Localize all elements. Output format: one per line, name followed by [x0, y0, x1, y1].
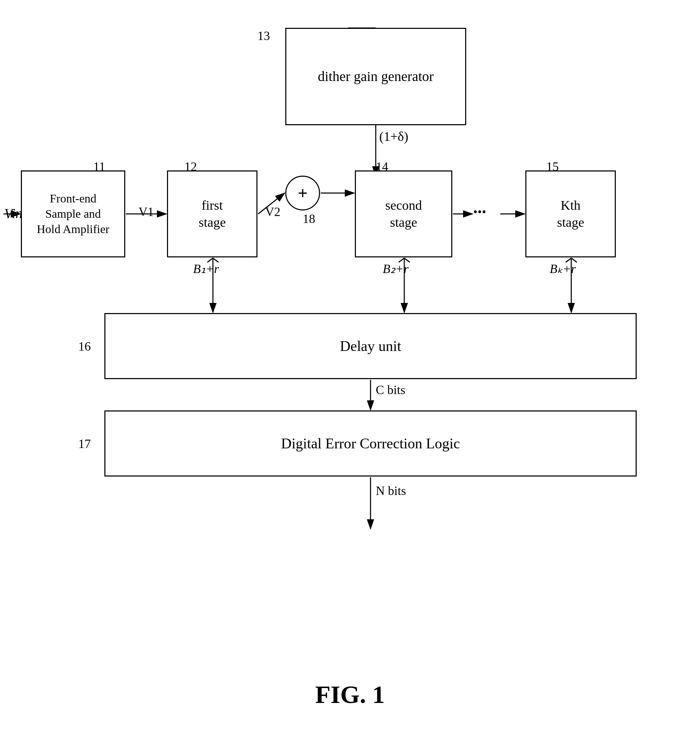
diagram-container: dither gain generator 13 (1+δ) Front-end…	[0, 0, 700, 744]
first-stage-box: first stage	[167, 170, 258, 257]
b2r-label: B₂+r	[383, 262, 408, 276]
figure-caption: FIG. 1	[315, 680, 385, 709]
dither-gain-generator-box: dither gain generator	[285, 28, 466, 125]
v2-label: V2	[265, 204, 280, 219]
frontend-label: Front-end Sample and Hold Amplifier	[37, 191, 110, 237]
b1r-label: B₁+r	[193, 262, 219, 276]
label-13: 13	[258, 28, 270, 43]
label-16: 16	[78, 339, 91, 354]
label-11: 11	[93, 159, 106, 174]
label-14: 14	[376, 159, 388, 174]
v1-label: V1	[139, 204, 154, 219]
bkr-label: Bₖ+r	[550, 262, 576, 276]
c-bits-label: C bits	[376, 382, 405, 397]
frontend-sha-box: Front-end Sample and Hold Amplifier	[21, 170, 125, 257]
delay-unit-box: Delay unit	[104, 313, 637, 379]
adder-plus-label: +	[298, 183, 308, 203]
dither-gain-signal-label: (1+δ)	[379, 129, 408, 144]
kth-stage-label: Kth stage	[557, 197, 584, 231]
label-18: 18	[303, 211, 315, 226]
second-stage-label: second stage	[385, 197, 422, 231]
n-bits-label: N bits	[376, 484, 406, 498]
label-17: 17	[78, 436, 91, 451]
delay-unit-label: Delay unit	[340, 337, 401, 356]
decl-label: Digital Error Correction Logic	[281, 434, 460, 453]
dither-gain-generator-label: dither gain generator	[318, 67, 433, 86]
second-stage-box: second stage	[355, 170, 452, 257]
first-stage-label: first stage	[199, 197, 226, 231]
adder-circle: +	[285, 176, 320, 210]
decl-box: Digital Error Correction Logic	[104, 411, 637, 476]
vin-label: Vin	[4, 205, 22, 222]
kth-stage-box: Kth stage	[525, 170, 616, 257]
label-15: 15	[546, 159, 559, 174]
ellipsis-label: ···	[473, 202, 486, 222]
label-12: 12	[185, 159, 197, 174]
